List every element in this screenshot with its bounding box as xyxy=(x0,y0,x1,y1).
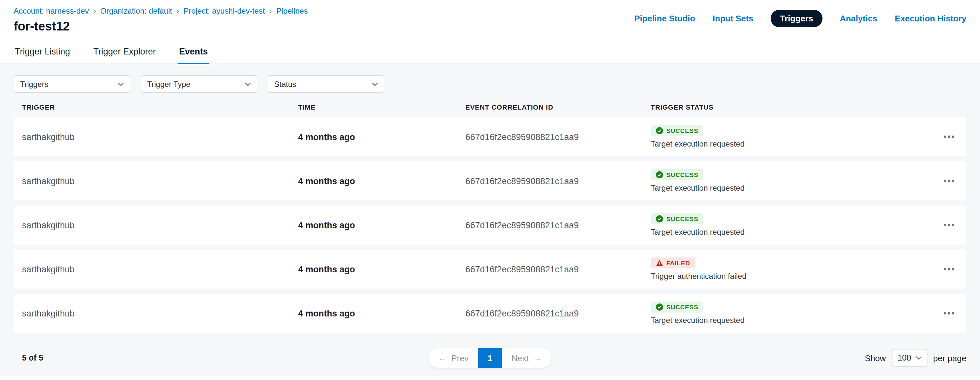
trigger-name: sarthakgithub xyxy=(22,176,298,186)
table-row: sarthakgithub 4 months ago 667d16f2ec895… xyxy=(14,206,966,244)
status-detail: Target execution requested xyxy=(651,139,745,148)
check-circle-icon xyxy=(656,215,663,222)
nav-execution-history[interactable]: Execution History xyxy=(895,14,966,23)
page-size-dropdown[interactable]: 100 xyxy=(892,349,928,367)
tab-trigger-listing[interactable]: Trigger Listing xyxy=(14,40,71,64)
nav-input-sets[interactable]: Input Sets xyxy=(713,14,754,23)
status-detail: Trigger authentication failed xyxy=(651,272,746,281)
event-time: 4 months ago xyxy=(298,176,465,186)
events-table: sarthakgithub 4 months ago 667d16f2ec895… xyxy=(14,117,966,333)
row-menu-button[interactable] xyxy=(940,307,958,320)
next-page-button[interactable]: Next → xyxy=(502,348,551,368)
warning-triangle-icon xyxy=(656,259,663,267)
trigger-name: sarthakgithub xyxy=(22,264,298,274)
triggers-events-page: Account: harness-dev › Organization: def… xyxy=(0,0,980,380)
status-badge: SUCCESS xyxy=(651,125,703,136)
triggers-filter-label: Triggers xyxy=(20,80,48,88)
breadcrumb-organization[interactable]: Organization: default xyxy=(100,6,172,16)
chevron-right-icon: › xyxy=(93,8,95,14)
prev-label: Prev xyxy=(452,353,469,363)
chevron-down-icon xyxy=(245,82,251,86)
trigger-type-filter-label: Trigger Type xyxy=(147,80,190,88)
chevron-right-icon: › xyxy=(177,8,179,14)
page-number-button[interactable]: 1 xyxy=(478,348,502,368)
check-circle-icon xyxy=(656,303,663,311)
trigger-status-cell: SUCCESS Target execution requested xyxy=(651,169,922,193)
status-label: FAILED xyxy=(666,259,690,267)
arrow-right-icon: → xyxy=(533,353,541,363)
breadcrumb-project[interactable]: Project: ayushi-dev-test xyxy=(183,6,265,16)
row-menu-button[interactable] xyxy=(940,175,958,187)
row-count: 5 of 5 xyxy=(14,353,429,362)
event-time: 4 months ago xyxy=(298,264,465,274)
table-row: sarthakgithub 4 months ago 667d16f2ec895… xyxy=(14,117,966,156)
nav-analytics[interactable]: Analytics xyxy=(840,14,877,23)
trigger-name: sarthakgithub xyxy=(22,220,298,230)
tab-trigger-explorer[interactable]: Trigger Explorer xyxy=(92,40,157,64)
pagination: ← Prev 1 Next → xyxy=(429,348,552,368)
chevron-down-icon xyxy=(372,82,378,86)
nav-pipeline-studio[interactable]: Pipeline Studio xyxy=(634,14,695,23)
trigger-status-cell: FAILED Trigger authentication failed xyxy=(651,257,922,281)
event-correlation-id: 667d16f2ec895908821c1aa9 xyxy=(465,176,651,186)
per-page-label: per page xyxy=(933,353,966,363)
status-badge: SUCCESS xyxy=(651,169,703,180)
trigger-name: sarthakgithub xyxy=(22,308,298,318)
row-menu-button[interactable] xyxy=(940,263,958,276)
table-header-row: TRIGGER TIME EVENT CORRELATION ID TRIGGE… xyxy=(14,103,966,111)
column-header-trigger: TRIGGER xyxy=(22,103,298,111)
events-content: Triggers Trigger Type Status TRIGGER TI xyxy=(0,64,980,376)
nav-triggers[interactable]: Triggers xyxy=(771,10,822,27)
trigger-status-cell: SUCCESS Target execution requested xyxy=(651,125,922,148)
triggers-filter-dropdown[interactable]: Triggers xyxy=(14,75,130,93)
status-badge: FAILED xyxy=(651,257,695,268)
trigger-type-filter-dropdown[interactable]: Trigger Type xyxy=(141,75,257,93)
event-correlation-id: 667d16f2ec895908821c1aa9 xyxy=(465,308,651,318)
next-label: Next xyxy=(511,353,528,363)
status-badge: SUCCESS xyxy=(651,213,703,224)
table-row: sarthakgithub 4 months ago 667d16f2ec895… xyxy=(14,294,966,333)
event-time: 4 months ago xyxy=(298,308,465,318)
table-footer: 5 of 5 ← Prev 1 Next → Show 100 xyxy=(14,348,966,368)
status-label: SUCCESS xyxy=(666,127,698,134)
arrow-left-icon: ← xyxy=(439,353,447,363)
page-header: Account: harness-dev › Organization: def… xyxy=(0,0,980,34)
show-label: Show xyxy=(865,353,886,363)
status-filter-dropdown[interactable]: Status xyxy=(268,75,384,93)
check-circle-icon xyxy=(656,127,663,134)
column-header-trigger-status: TRIGGER STATUS xyxy=(651,103,922,111)
status-label: SUCCESS xyxy=(666,303,698,311)
breadcrumb-account[interactable]: Account: harness-dev xyxy=(14,6,89,16)
prev-page-button[interactable]: ← Prev xyxy=(429,348,478,368)
row-menu-button[interactable] xyxy=(940,219,958,232)
breadcrumb-pipelines[interactable]: Pipelines xyxy=(276,6,307,16)
pipeline-nav: Pipeline Studio Input Sets Triggers Anal… xyxy=(634,10,966,27)
row-menu-button[interactable] xyxy=(940,131,958,143)
trigger-name: sarthakgithub xyxy=(22,132,298,142)
table-row: sarthakgithub 4 months ago 667d16f2ec895… xyxy=(14,250,966,289)
column-header-event-correlation-id: EVENT CORRELATION ID xyxy=(465,103,651,111)
status-filter-label: Status xyxy=(274,80,296,88)
trigger-status-cell: SUCCESS Target execution requested xyxy=(651,213,922,237)
status-detail: Target execution requested xyxy=(651,228,745,237)
status-badge: SUCCESS xyxy=(651,302,703,313)
status-label: SUCCESS xyxy=(666,215,698,222)
tab-events[interactable]: Events xyxy=(178,40,209,64)
chevron-right-icon: › xyxy=(269,8,272,14)
filters-bar: Triggers Trigger Type Status xyxy=(14,75,966,93)
column-header-time: TIME xyxy=(298,103,465,111)
check-circle-icon xyxy=(656,171,663,178)
page-size-control: Show 100 per page xyxy=(551,349,966,367)
tab-bar: Trigger Listing Trigger Explorer Events xyxy=(0,40,980,64)
trigger-status-cell: SUCCESS Target execution requested xyxy=(651,302,922,325)
status-detail: Target execution requested xyxy=(651,316,745,325)
event-correlation-id: 667d16f2ec895908821c1aa9 xyxy=(465,264,651,274)
status-label: SUCCESS xyxy=(666,171,698,178)
status-detail: Target execution requested xyxy=(651,184,745,193)
chevron-down-icon xyxy=(915,356,921,360)
event-time: 4 months ago xyxy=(298,132,465,142)
page-size-value: 100 xyxy=(898,353,911,362)
event-correlation-id: 667d16f2ec895908821c1aa9 xyxy=(465,132,651,142)
table-row: sarthakgithub 4 months ago 667d16f2ec895… xyxy=(14,161,966,200)
event-time: 4 months ago xyxy=(298,220,465,230)
